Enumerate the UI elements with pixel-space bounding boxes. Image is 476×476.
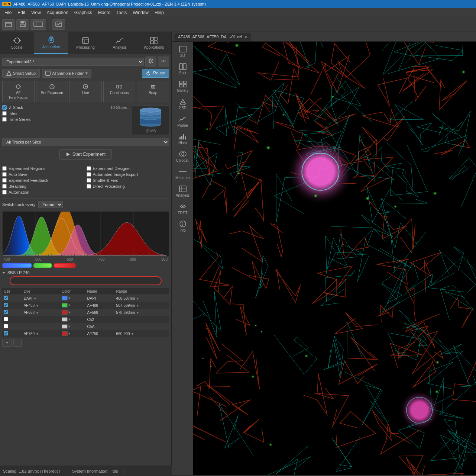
view-fret-btn[interactable]: FRET (174, 200, 192, 217)
switch-track-select[interactable]: Frame (38, 201, 63, 208)
bleaching-cb[interactable] (2, 184, 7, 189)
timeseries-checkbox[interactable] (2, 117, 7, 122)
experiment-select[interactable]: Experiment42 * (2, 58, 144, 66)
nav-tabs: Locate Acquisition Processing Analysis A… (0, 32, 171, 54)
dye-use-cell[interactable] (2, 323, 22, 330)
automation-cb[interactable] (2, 190, 7, 194)
sbs-selector[interactable] (10, 276, 162, 285)
reuse-btn[interactable]: Reuse (142, 69, 169, 77)
view-info-btn[interactable]: Info (174, 218, 192, 235)
toolbar-btn3[interactable] (30, 19, 46, 30)
direct-processing-cb[interactable] (87, 184, 91, 189)
sbs-row: SBS LP 740 (2, 270, 169, 275)
stack-size: 10 MB (145, 129, 156, 133)
tab-acquisition[interactable]: Acquisition (34, 32, 68, 54)
dye-use-cell[interactable] (2, 302, 22, 309)
view-gallery-btn[interactable]: Gallery (174, 78, 192, 95)
bleaching-label[interactable]: Bleaching (9, 184, 26, 189)
menu-view[interactable]: View (28, 9, 44, 16)
exp-regions-cb[interactable] (2, 166, 7, 171)
dye-color-cell[interactable]: ▼ (60, 295, 86, 302)
view-histo-btn[interactable]: Histo (174, 131, 192, 147)
view-2d-btn[interactable]: 2D (174, 43, 192, 60)
dye-use-cell[interactable] (2, 316, 22, 323)
tab-applications[interactable]: Applications (137, 32, 171, 54)
exp-designer-cb[interactable] (87, 166, 91, 171)
zstack-value: 10 Slices (110, 105, 129, 110)
ai-sample-finder-btn[interactable]: AI Sample Finder (42, 69, 91, 78)
add-dye-btn[interactable]: + (2, 339, 12, 347)
image-tab[interactable]: AF488_AF568_AF750_DA...-01.czi × (174, 33, 251, 41)
check-automated-export: Automated Image Export (87, 172, 169, 177)
menu-file[interactable]: File (1, 9, 14, 16)
exp-regions-label[interactable]: Experiment Regions (9, 166, 45, 171)
auto-save-label[interactable]: Auto Save (9, 172, 27, 177)
menu-tools[interactable]: Tools (113, 9, 130, 16)
tiles-label[interactable]: Tiles (9, 111, 17, 116)
smart-setup-btn[interactable]: Smart Setup (2, 69, 40, 78)
dye-name-cell (22, 316, 60, 323)
dye-use-checkbox[interactable] (4, 310, 8, 314)
zstack-label[interactable]: Z-Stack (9, 105, 23, 110)
zen-logo: ZEN (2, 2, 11, 6)
toolbar-save-btn[interactable] (16, 19, 29, 30)
toolbar-btn4[interactable] (52, 19, 65, 30)
settings-gear-btn[interactable] (145, 57, 156, 67)
dye-color-cell[interactable]: ▼ (60, 330, 86, 337)
dye-use-checkbox[interactable] (4, 317, 8, 321)
dye-use-cell[interactable] (2, 330, 22, 337)
tab-analysis[interactable]: Analysis (103, 32, 137, 54)
exp-designer-label[interactable]: Experiment Designer (93, 166, 131, 171)
dye-color-cell[interactable]: ▼ (60, 316, 86, 323)
toolbar-open-btn[interactable] (2, 19, 15, 30)
window-title: AF488_AF568_AF750_DAPI_Lambda-15_Unmixin… (13, 2, 206, 6)
set-exposure-btn[interactable]: Set Exposure (36, 81, 68, 102)
exp-feedback-label[interactable]: Experiment Feedback (9, 178, 48, 183)
dye-use-cell[interactable] (2, 309, 22, 316)
shuttle-find-cb[interactable] (87, 178, 91, 183)
tracks-per-slice-select[interactable]: All Tracks per Slice (2, 138, 169, 146)
check-bleaching: Bleaching (2, 184, 85, 189)
tab-processing[interactable]: Processing (68, 32, 103, 54)
view-split-btn[interactable]: Split (174, 61, 192, 77)
dye-color-cell[interactable]: ▼ (60, 323, 86, 330)
menu-edit[interactable]: Edit (14, 9, 28, 16)
auto-export-label[interactable]: Automated Image Export (93, 172, 138, 177)
zstack-checkbox[interactable] (2, 105, 7, 110)
more-options-btn[interactable] (158, 57, 169, 67)
dye-use-checkbox[interactable] (4, 303, 8, 307)
automation-label[interactable]: Automation (9, 190, 29, 194)
live-btn[interactable]: Live (69, 81, 102, 102)
dye-use-checkbox[interactable] (4, 296, 8, 300)
menu-graphics[interactable]: Graphics (71, 9, 95, 16)
af-find-focus-btn[interactable]: AF Find Focus (2, 81, 35, 102)
tiles-checkbox[interactable] (2, 111, 7, 116)
col-name: Name (86, 288, 115, 295)
tab-locate[interactable]: Locate (0, 32, 34, 54)
view-analysis-btn[interactable]: Analysis (174, 183, 192, 200)
timeseries-label[interactable]: Time Series (9, 117, 30, 122)
dye-use-checkbox[interactable] (4, 324, 8, 328)
view-measure-btn[interactable]: Measure (174, 165, 192, 182)
menu-acquisition[interactable]: Acquisition (44, 9, 71, 16)
remove-dye-btn[interactable]: - (13, 339, 22, 347)
auto-save-cb[interactable] (2, 172, 7, 177)
exp-feedback-cb[interactable] (2, 178, 7, 183)
snap-btn[interactable]: Snap (137, 81, 169, 102)
dye-use-cell[interactable] (2, 295, 22, 302)
auto-export-cb[interactable] (87, 172, 91, 177)
start-experiment-btn[interactable]: Start Experiment (59, 149, 112, 160)
dye-color-cell[interactable]: ▼ (60, 302, 86, 309)
view-25d-btn[interactable]: 2.5D (174, 96, 192, 112)
menu-macro[interactable]: Macro (95, 9, 113, 16)
menu-window[interactable]: Window (130, 9, 152, 16)
dye-use-checkbox[interactable] (4, 331, 8, 335)
dye-color-cell[interactable]: ▼ (60, 309, 86, 316)
shuttle-find-label[interactable]: Shuttle & Find (93, 178, 119, 183)
direct-processing-label[interactable]: Direct Processing (93, 184, 125, 189)
view-colocal-btn[interactable]: Colocal. (174, 148, 192, 165)
tab-close-btn[interactable]: × (244, 34, 247, 40)
menu-help[interactable]: Help (152, 9, 167, 16)
continuous-btn[interactable]: Continuous (103, 81, 136, 102)
view-profile-btn[interactable]: Profile (174, 113, 192, 130)
